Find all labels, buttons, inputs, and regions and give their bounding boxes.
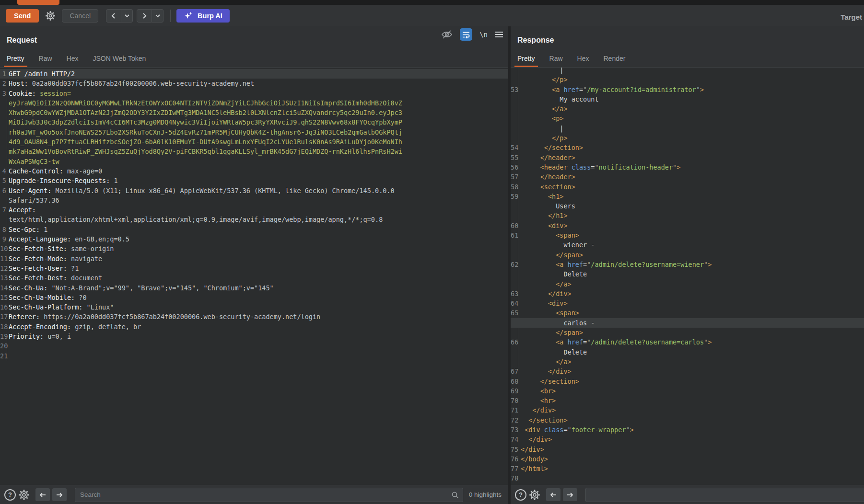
response-code-line[interactable]: 68 </section> <box>511 377 864 386</box>
response-code-line[interactable]: 54 </section> <box>511 143 864 152</box>
request-code-line[interactable]: 19Priority: u=0, i <box>0 332 508 341</box>
request-code-line[interactable]: 14Sec-Ch-Ua: "Not:A-Brand";v="99", "Brav… <box>0 283 508 293</box>
response-code-line[interactable]: </p> <box>511 133 864 143</box>
request-code-line[interactable]: mk7aHa2Ww1VoBovRtRiwP_ZWHJsqZ5ZuQjYod8Qy… <box>0 147 508 156</box>
history-back-button[interactable] <box>106 9 121 23</box>
request-code-line[interactable]: 4d9_OAU8N4_p7P7ftuaCLRHifzbcSOejZO-6bA0l… <box>0 137 508 147</box>
request-code-line[interactable]: 16Sec-Ch-Ua-Platform: "Linux" <box>0 302 508 312</box>
history-back-dropdown[interactable] <box>121 9 133 23</box>
response-code-line[interactable]: 55 </header> <box>511 153 864 162</box>
response-code-line[interactable]: 66 <a href="/admin/delete?username=carlo… <box>511 337 864 347</box>
response-code-line[interactable]: 72 </section> <box>511 415 864 425</box>
response-code-line[interactable]: My account <box>511 94 864 104</box>
response-code-line[interactable]: 58 <section> <box>511 182 864 192</box>
search-next-button[interactable] <box>563 488 577 501</box>
response-code-line[interactable]: 67 </div> <box>511 367 864 376</box>
response-code-line[interactable]: </a> <box>511 357 864 367</box>
request-code-line[interactable]: 18Accept-Encoding: gzip, deflate, br <box>0 322 508 332</box>
response-code-line[interactable]: 75</div> <box>511 445 864 454</box>
response-code-line[interactable]: 70 <hr> <box>511 396 864 405</box>
request-code-line[interactable]: 7Accept: <box>0 205 508 215</box>
tab-raw[interactable]: Raw <box>547 51 566 67</box>
request-code-line[interactable]: 13Sec-Fetch-Dest: document <box>0 273 508 283</box>
request-code-line[interactable]: MiOiJwb3J0c3dpZ2dlciIsImV4cCI6MTc3Mzg0MD… <box>0 117 508 127</box>
request-code-line[interactable]: 12Sec-Fetch-User: ?1 <box>0 263 508 273</box>
response-code-line[interactable]: 61 <span> <box>511 230 864 240</box>
request-code-line[interactable]: 1GET /admin HTTP/2 <box>0 69 508 79</box>
request-code-line[interactable]: 9Accept-Language: en-GB,en;q=0.5 <box>0 234 508 244</box>
search-prev-button[interactable] <box>35 488 50 501</box>
response-search-input[interactable] <box>590 491 862 499</box>
tab-pretty[interactable]: Pretty <box>514 51 538 67</box>
tab-render[interactable]: Render <box>601 51 629 67</box>
search-settings-button[interactable] <box>18 488 33 502</box>
search-help-button[interactable]: ? <box>4 489 16 501</box>
send-settings-button[interactable] <box>43 9 58 23</box>
response-code-line[interactable]: </a> <box>511 104 864 114</box>
search-next-button[interactable] <box>52 488 67 501</box>
request-code-line[interactable]: 20 <box>0 341 508 351</box>
tab-hex[interactable]: Hex <box>574 51 592 67</box>
response-code-line[interactable]: </span> <box>511 250 864 260</box>
response-code-line[interactable]: 77</html> <box>511 464 864 473</box>
response-code-line[interactable]: 62 <a href="/admin/delete?username=wiene… <box>511 260 864 269</box>
request-code-line[interactable]: 5Upgrade-Insecure-Requests: 1 <box>0 176 508 185</box>
response-editor[interactable]: | </p>53 <a href="/my-account?id=adminis… <box>511 68 864 485</box>
request-code-line[interactable]: 2Host: 0a2a00dd037fcf5b867ab24f00200006.… <box>0 79 508 88</box>
search-prev-button[interactable] <box>546 488 560 501</box>
response-code-line[interactable]: 71 </div> <box>511 405 864 415</box>
tab-hex[interactable]: Hex <box>64 51 82 67</box>
request-code-line[interactable]: 8Sec-Gpc: 1 <box>0 225 508 234</box>
response-code-line[interactable]: 78 <box>511 473 864 483</box>
request-search-input[interactable] <box>79 491 451 499</box>
response-code-line[interactable]: 60 <div> <box>511 221 864 230</box>
history-forward-dropdown[interactable] <box>152 9 163 23</box>
history-forward-button[interactable] <box>137 9 152 23</box>
tab-raw[interactable]: Raw <box>36 51 55 67</box>
request-editor[interactable]: 1GET /admin HTTP/22Host: 0a2a00dd037fcf5… <box>0 68 508 485</box>
request-code-line[interactable]: 17Referer: https://0a2a00dd037fcf5b867ab… <box>0 312 508 321</box>
word-wrap-toggle[interactable] <box>460 28 472 41</box>
response-code-line[interactable]: wiener - <box>511 240 864 250</box>
search-help-button[interactable]: ? <box>514 489 527 501</box>
response-code-line[interactable]: 57 </header> <box>511 172 864 182</box>
response-code-line[interactable]: Users <box>511 201 864 211</box>
show-newlines-toggle[interactable]: \n <box>479 31 488 38</box>
request-code-line[interactable]: rh0aJWT_wOo5oxfJnoNEWS257Lbo2XSRkuToCXnJ… <box>0 127 508 137</box>
response-code-line[interactable]: 53 <a href="/my-account?id=administrator… <box>511 85 864 94</box>
request-code-line[interactable]: Safari/537.36 <box>0 195 508 205</box>
request-code-line[interactable]: 3Cookie: session= <box>0 89 508 98</box>
request-code-line[interactable]: text/html,application/xhtml+xml,applicat… <box>0 215 508 224</box>
response-code-line[interactable]: | <box>511 68 864 75</box>
send-button[interactable]: Send <box>6 9 39 23</box>
response-code-line[interactable]: </a> <box>511 279 864 289</box>
response-code-line[interactable]: </h1> <box>511 211 864 220</box>
response-code-line[interactable]: 74 </div> <box>511 435 864 444</box>
request-code-line[interactable]: eyJraWQiOiI2NzQ0NWRiOC0yMGMwLTRkNzEtOWYx… <box>0 98 508 108</box>
response-code-line[interactable]: 76</body> <box>511 454 864 464</box>
response-code-line[interactable]: 65 <span> <box>511 308 864 318</box>
response-code-line[interactable]: 69 <br> <box>511 386 864 396</box>
response-code-line[interactable]: carlos - <box>511 318 864 328</box>
response-code-line[interactable]: | <box>511 124 864 133</box>
request-code-line[interactable]: 11Sec-Fetch-Mode: navigate <box>0 254 508 263</box>
request-code-line[interactable]: 4Cache-Control: max-age=0 <box>0 166 508 176</box>
tab-json-web-token[interactable]: JSON Web Token <box>90 51 149 67</box>
response-code-line[interactable]: 59 <h1> <box>511 192 864 201</box>
response-code-line[interactable]: 56 <header class="notification-header"> <box>511 162 864 172</box>
response-code-line[interactable]: 73 <div class="footer-wrapper"> <box>511 425 864 435</box>
response-code-line[interactable]: 64 <div> <box>511 298 864 308</box>
response-code-line[interactable]: Delete <box>511 269 864 279</box>
response-code-line[interactable]: <p> <box>511 114 864 123</box>
request-code-line[interactable]: XhwbG9pdC0wYWZjMDA1OTAzN2JjZmQ2ODY3Y2IxZ… <box>0 108 508 117</box>
request-code-line[interactable]: WxAaPSWgC3-tw <box>0 157 508 166</box>
response-code-line[interactable]: 63 </div> <box>511 289 864 298</box>
editor-menu-button[interactable] <box>495 31 503 38</box>
search-settings-button[interactable] <box>529 488 543 502</box>
response-code-line[interactable]: </span> <box>511 328 864 337</box>
cancel-button[interactable]: Cancel <box>62 9 98 23</box>
request-code-line[interactable]: 10Sec-Fetch-Site: same-origin <box>0 244 508 253</box>
response-code-line[interactable]: Delete <box>511 347 864 357</box>
hide-headers-button[interactable] <box>441 30 453 39</box>
burp-ai-button[interactable]: Burp AI <box>176 9 230 23</box>
